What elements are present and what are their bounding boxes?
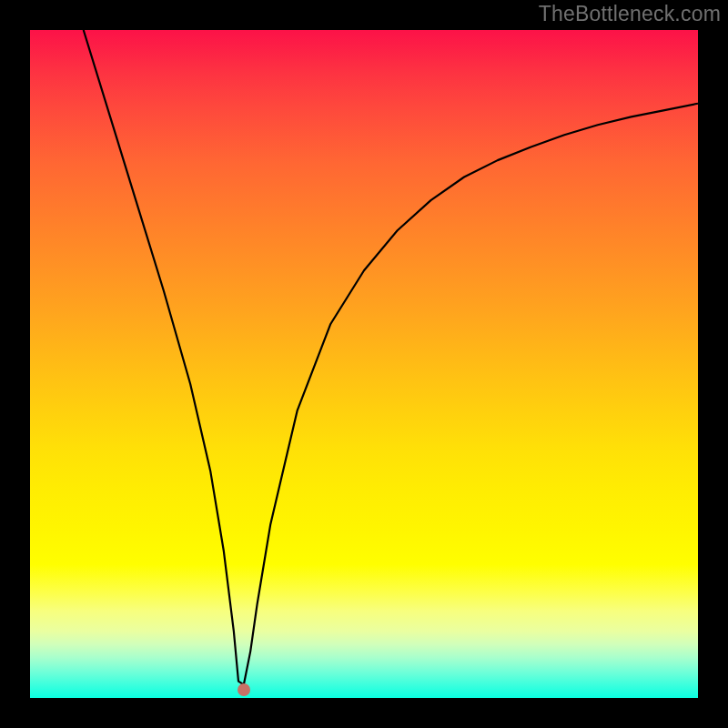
- chart-gradient-background: [30, 30, 698, 698]
- bottleneck-curve: [30, 30, 698, 698]
- watermark-text: TheBottleneck.com: [539, 2, 721, 26]
- optimal-point-marker: [238, 683, 250, 696]
